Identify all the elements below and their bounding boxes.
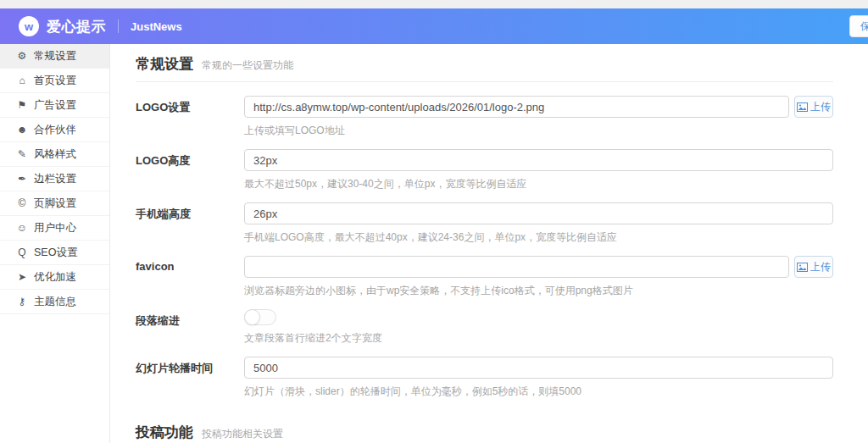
sidebar-item-style[interactable]: ✎ 风格样式 — [0, 142, 109, 167]
sidebar-item-label: 优化加速 — [34, 270, 76, 285]
copyright-icon: © — [15, 197, 29, 209]
user-icon: ☺ — [15, 222, 29, 234]
form-row-mobile-height: 手机端高度 手机端LOGO高度，最大不超过40px，建议24-36之间，单位px… — [136, 202, 833, 245]
settings-content: 常规设置 常规的一些设置功能 LOGO设置 — [110, 44, 868, 443]
sidebar-item-label: 常规设置 — [34, 49, 76, 64]
favicon-upload-button[interactable]: 上传 — [794, 256, 833, 278]
sidebar-item-label: SEO设置 — [34, 246, 77, 260]
field-help: 幻灯片（滑块，slider）的轮播时间，单位为毫秒，例如5秒的话，则填5000 — [244, 385, 833, 399]
sidebar-item-label: 用户中心 — [34, 221, 76, 235]
mobile-height-input[interactable] — [244, 202, 833, 224]
theme-options-page: w 爱心提示 JustNews 保存 ⚙ 常规设置 ⌂ 首页设置 ⚑ 广告设置 … — [0, 0, 868, 443]
gear-icon: ⚙ — [15, 50, 29, 62]
brush-icon: ✎ — [15, 148, 29, 160]
field-help: 浏览器标题旁边的小图标，由于wp安全策略，不支持上传ico格式，可使用png格式… — [244, 284, 833, 298]
field-help: 手机端LOGO高度，最大不超过40px，建议24-36之间，单位px，宽度等比例… — [244, 230, 833, 245]
form-row-indent: 段落缩进 文章段落首行缩进2个文字宽度 — [136, 309, 833, 346]
sidebar-item-label: 主题信息 — [34, 295, 76, 309]
sidebar-item-general[interactable]: ⚙ 常规设置 — [0, 44, 109, 69]
field-help: 上传或填写LOGO地址 — [244, 124, 833, 138]
toggle-knob — [244, 309, 260, 325]
sidebar-item-footer[interactable]: © 页脚设置 — [0, 191, 109, 216]
sidebar-item-optimize[interactable]: ➤ 优化加速 — [0, 265, 109, 290]
form-row-favicon: favicon 上传 浏览器标题旁边的小图标，由于 — [136, 256, 833, 298]
users-icon: ☻ — [15, 124, 29, 136]
sidebar-item-sidebar-settings[interactable]: ✒ 边栏设置 — [0, 167, 109, 191]
key-icon: ⚷ — [15, 296, 29, 307]
settings-sidebar: ⚙ 常规设置 ⌂ 首页设置 ⚑ 广告设置 ☻ 合作伙伴 ✎ 风格样式 ✒ 边栏设… — [0, 44, 110, 443]
logo-upload-button[interactable]: 上传 — [794, 96, 833, 118]
pen-icon: ✒ — [15, 173, 29, 185]
search-icon: Q — [15, 246, 29, 258]
section-title-submission: 投稿功能 — [136, 423, 193, 442]
sidebar-item-homepage[interactable]: ⌂ 首页设置 — [0, 69, 109, 93]
sidebar-item-seo[interactable]: Q SEO设置 — [0, 241, 109, 265]
admin-top-strip — [0, 0, 868, 8]
section-subtitle-general: 常规的一些设置功能 — [202, 58, 293, 73]
sidebar-item-usercenter[interactable]: ☺ 用户中心 — [0, 216, 109, 241]
field-label: favicon — [136, 256, 244, 298]
brand-logo-icon: w — [19, 16, 39, 36]
sidebar-item-themeinfo[interactable]: ⚷ 主题信息 — [0, 290, 109, 314]
form-row-slider-time: 幻灯片轮播时间 幻灯片（滑块，slider）的轮播时间，单位为毫秒，例如5秒的话… — [136, 357, 833, 399]
home-icon: ⌂ — [15, 75, 29, 86]
favicon-input[interactable] — [244, 256, 789, 278]
field-label: LOGO高度 — [136, 149, 244, 191]
field-help: 最大不超过50px，建议30-40之间，单位px，宽度等比例自适应 — [244, 177, 833, 191]
indent-toggle[interactable] — [244, 309, 276, 325]
form-row-logo: LOGO设置 上传 上传或填写LOGO地址 — [136, 96, 833, 138]
product-name: JustNews — [131, 20, 182, 33]
field-label: 段落缩进 — [136, 309, 244, 346]
section-divider — [136, 81, 833, 82]
sidebar-item-label: 合作伙伴 — [34, 123, 76, 137]
section-subtitle-submission: 投稿功能相关设置 — [202, 427, 283, 441]
brand-title: 爱心提示 — [47, 17, 106, 36]
section-title-general: 常规设置 — [136, 54, 193, 74]
sidebar-item-label: 首页设置 — [34, 74, 76, 88]
field-label: 幻灯片轮播时间 — [136, 357, 244, 399]
sidebar-item-label: 边栏设置 — [34, 172, 76, 186]
form-row-logo-height: LOGO高度 最大不超过50px，建议30-40之间，单位px，宽度等比例自适应 — [136, 149, 833, 191]
field-label: LOGO设置 — [136, 96, 244, 138]
sidebar-item-label: 风格样式 — [34, 147, 76, 162]
sidebar-item-ads[interactable]: ⚑ 广告设置 — [0, 93, 109, 118]
field-help: 文章段落首行缩进2个文字宽度 — [244, 331, 833, 346]
flag-icon: ⚑ — [15, 99, 29, 111]
header-divider — [118, 19, 119, 33]
slider-time-input[interactable] — [244, 357, 833, 379]
logo-height-input[interactable] — [244, 149, 833, 171]
logo-url-input[interactable] — [244, 96, 789, 118]
sidebar-item-label: 页脚设置 — [34, 197, 76, 211]
field-label: 手机端高度 — [136, 202, 244, 245]
image-icon — [797, 263, 808, 272]
sidebar-item-partners[interactable]: ☻ 合作伙伴 — [0, 118, 109, 142]
image-icon — [797, 102, 808, 112]
save-button[interactable]: 保存 — [849, 15, 868, 37]
sidebar-item-label: 广告设置 — [34, 98, 76, 113]
panel-header: w 爱心提示 JustNews 保存 — [0, 8, 868, 44]
paperplane-icon: ➤ — [15, 271, 29, 283]
